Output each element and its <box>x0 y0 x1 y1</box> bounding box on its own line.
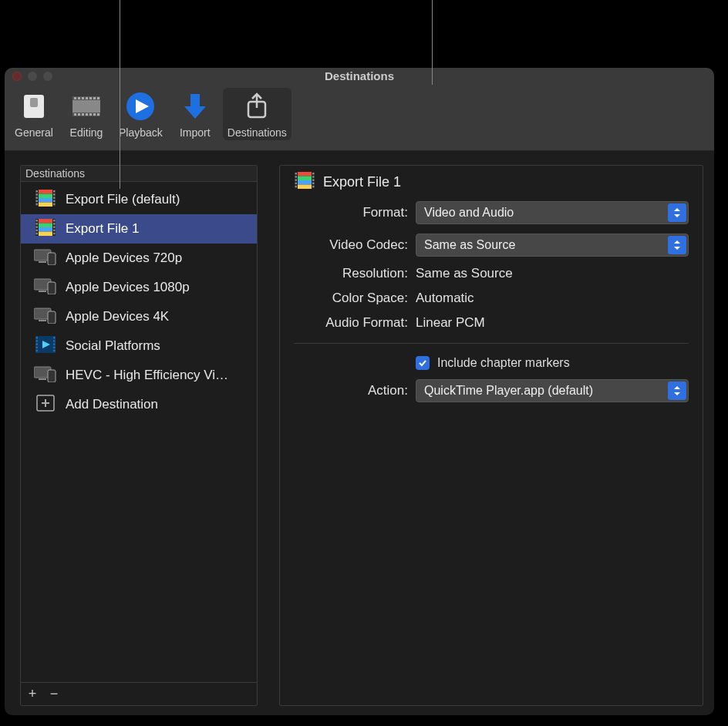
form-label: Video Codec: <box>294 237 408 253</box>
svg-rect-35 <box>53 200 56 202</box>
sidebar-item[interactable]: Export File (default) <box>21 185 257 214</box>
chevron-updown-icon <box>668 236 686 254</box>
minimize-window-button[interactable] <box>28 72 37 81</box>
film-color-icon <box>295 172 315 193</box>
form-value: Same as Source <box>416 266 689 281</box>
remove-destination-button[interactable]: − <box>47 686 61 702</box>
detail-header: Export File 1 <box>294 173 689 201</box>
svg-rect-8 <box>78 113 80 116</box>
sidebar-item-label: Export File (default) <box>66 192 180 207</box>
film-color-icon <box>35 219 56 240</box>
svg-rect-32 <box>36 197 39 199</box>
sidebar-item[interactable]: Export File 1 <box>21 214 257 244</box>
sidebar-item[interactable]: Apple Devices 4K <box>21 302 257 331</box>
select-format[interactable]: Video and Audio <box>416 201 689 224</box>
devices-icon <box>34 307 57 328</box>
form-label: Resolution: <box>294 266 408 281</box>
select-value: Same as Source <box>424 238 515 252</box>
svg-rect-6 <box>74 113 76 116</box>
svg-rect-57 <box>39 291 46 292</box>
window-titlebar: Destinations <box>5 68 714 85</box>
include-chapter-markers-checkbox[interactable] <box>416 356 430 370</box>
toolbar-label: Editing <box>70 126 103 139</box>
share-icon <box>244 91 270 125</box>
svg-rect-67 <box>53 340 56 342</box>
svg-rect-87 <box>295 176 298 178</box>
devices-icon <box>34 277 57 298</box>
detail-title: Export File 1 <box>323 174 401 190</box>
sidebar-item-label: Apple Devices 720p <box>66 250 182 266</box>
sidebar-item[interactable]: Apple Devices 720p <box>21 244 257 273</box>
svg-rect-58 <box>48 282 56 294</box>
svg-rect-81 <box>298 172 312 176</box>
sidebar-item-label: Apple Devices 1080p <box>66 280 190 295</box>
select-action[interactable]: QuickTime Player.app (default) <box>416 379 689 402</box>
toolbar-destinations[interactable]: Destinations <box>223 88 292 140</box>
svg-rect-47 <box>36 226 39 228</box>
svg-rect-61 <box>48 311 56 324</box>
svg-rect-29 <box>53 190 56 193</box>
svg-rect-86 <box>312 173 315 175</box>
sidebar-item[interactable]: HEVC - High Efficiency Vi… <box>21 361 257 390</box>
preferences-window: Destinations GeneralEditingPlaybackImpor… <box>5 68 714 715</box>
svg-rect-17 <box>97 97 99 99</box>
toolbar-label: General <box>15 126 53 139</box>
destinations-sidebar: Destinations Export File (default)Export… <box>20 165 258 706</box>
toolbar-playback[interactable]: Playback <box>114 88 167 140</box>
svg-rect-14 <box>89 113 92 116</box>
svg-rect-5 <box>74 97 76 99</box>
select-value: Video and Audio <box>424 206 514 220</box>
svg-rect-1 <box>30 98 38 107</box>
destination-detail-panel: Export File 1 Format:Video and AudioVide… <box>279 165 703 706</box>
sidebar-item-label: Export File 1 <box>66 221 139 237</box>
film-color-icon <box>294 173 315 190</box>
play-icon <box>125 91 156 125</box>
svg-marker-100 <box>674 392 680 395</box>
svg-rect-51 <box>36 232 39 234</box>
svg-rect-9 <box>82 97 84 99</box>
svg-rect-69 <box>53 343 56 345</box>
svg-rect-15 <box>93 97 96 99</box>
svg-rect-49 <box>36 229 39 231</box>
sidebar-item-label: Social Platforms <box>66 338 160 354</box>
svg-rect-71 <box>53 346 56 348</box>
add-destination-button[interactable]: + <box>25 686 39 702</box>
toolbar-import[interactable]: Import <box>170 88 220 140</box>
toolbar-general[interactable]: General <box>9 88 59 140</box>
sidebar-item[interactable]: Add Destination <box>21 390 257 419</box>
svg-rect-33 <box>53 197 56 199</box>
import-arrow-icon <box>181 91 209 125</box>
callout-line-right <box>432 0 433 85</box>
form-label: Action: <box>294 383 408 398</box>
callout-line-left <box>120 0 120 189</box>
svg-rect-43 <box>36 220 39 222</box>
sidebar-item-label: HEVC - High Efficiency Vi… <box>66 368 228 383</box>
window-title: Destinations <box>325 69 394 82</box>
svg-rect-75 <box>39 378 46 380</box>
filmstrip-icon <box>69 92 103 124</box>
svg-rect-28 <box>36 190 39 193</box>
form-divider <box>294 343 689 344</box>
svg-rect-66 <box>36 340 39 342</box>
sidebar-item[interactable]: Apple Devices 1080p <box>21 273 257 302</box>
svg-rect-27 <box>39 202 52 207</box>
plus-box-icon <box>36 395 55 415</box>
zoom-window-button[interactable] <box>43 72 52 81</box>
close-window-button[interactable] <box>12 72 22 81</box>
svg-marker-99 <box>674 386 680 389</box>
svg-rect-92 <box>312 182 315 184</box>
svg-rect-41 <box>39 227 52 232</box>
film-color-icon <box>35 190 56 210</box>
sidebar-item[interactable]: Social Platforms <box>21 331 257 361</box>
svg-rect-46 <box>53 223 56 225</box>
svg-rect-68 <box>36 343 39 345</box>
svg-rect-39 <box>39 219 52 224</box>
svg-rect-44 <box>53 220 56 222</box>
svg-rect-34 <box>36 200 39 202</box>
window-traffic-lights <box>12 72 52 81</box>
sidebar-item-label: Apple Devices 4K <box>66 309 169 324</box>
toolbar-editing[interactable]: Editing <box>62 88 111 140</box>
form-label: Color Space: <box>294 291 408 306</box>
select-videocodec[interactable]: Same as Source <box>416 234 689 257</box>
form-label: Format: <box>294 205 408 220</box>
